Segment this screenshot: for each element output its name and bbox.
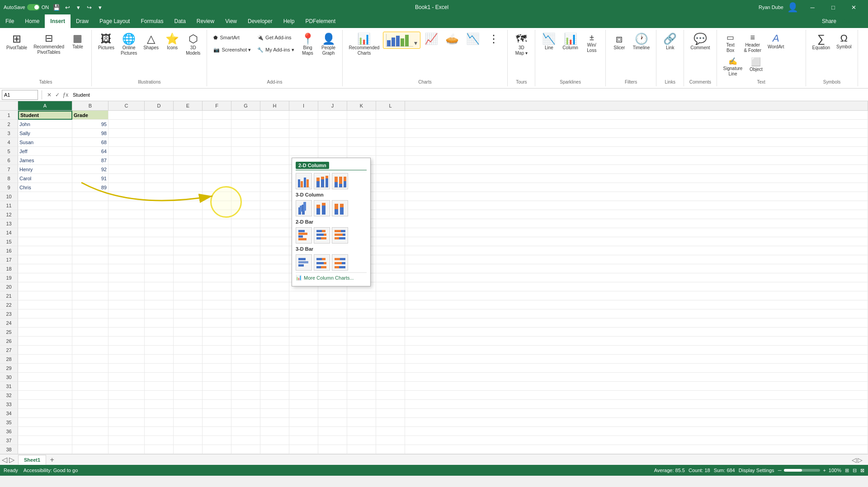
- cell-f33[interactable]: [203, 400, 231, 409]
- cell-c32[interactable]: [108, 391, 145, 400]
- cell-k24[interactable]: [347, 318, 376, 328]
- cell-b15[interactable]: [72, 237, 108, 246]
- cell-e11[interactable]: [174, 201, 203, 210]
- tab-review[interactable]: Review: [191, 14, 220, 28]
- cell-j26[interactable]: [318, 337, 347, 346]
- col-header-k[interactable]: K: [347, 101, 376, 110]
- cell-d32[interactable]: [145, 391, 174, 400]
- cell-g4[interactable]: [231, 138, 260, 147]
- cell-a27[interactable]: [18, 346, 72, 355]
- cell-l24[interactable]: [376, 318, 405, 328]
- cell-k32[interactable]: [347, 391, 376, 400]
- cell-a18[interactable]: [18, 264, 72, 273]
- cell-b7[interactable]: 92: [72, 165, 108, 174]
- cell-l22[interactable]: [376, 300, 405, 309]
- sheet-tab-sheet1[interactable]: Sheet1: [18, 455, 46, 465]
- cell-b6[interactable]: 87: [72, 156, 108, 165]
- customize-qat[interactable]: ▾: [95, 2, 105, 12]
- cell-a2[interactable]: John: [18, 120, 72, 129]
- cell-g35[interactable]: [231, 418, 260, 427]
- cell-i34[interactable]: [289, 409, 318, 418]
- cell-a23[interactable]: [18, 309, 72, 318]
- cell-g33[interactable]: [231, 400, 260, 409]
- cell-d27[interactable]: [145, 346, 174, 355]
- cell-d21[interactable]: [145, 291, 174, 300]
- cell-c16[interactable]: [108, 246, 145, 255]
- cell-k4[interactable]: [347, 138, 376, 147]
- cell-l27[interactable]: [376, 346, 405, 355]
- cell-j32[interactable]: [318, 391, 347, 400]
- cell-l19[interactable]: [376, 273, 405, 282]
- cell-e8[interactable]: [174, 174, 203, 183]
- cell-d25[interactable]: [145, 328, 174, 337]
- cell-g32[interactable]: [231, 391, 260, 400]
- cell-k35[interactable]: [347, 418, 376, 427]
- cell-d9[interactable]: [145, 183, 174, 192]
- column-chart-dropdown-arrow[interactable]: ▾: [414, 39, 417, 47]
- cell-c36[interactable]: [108, 427, 145, 436]
- cell-c2[interactable]: [108, 120, 145, 129]
- cell-a17[interactable]: [18, 255, 72, 264]
- cell-g31[interactable]: [231, 382, 260, 391]
- cell-f28[interactable]: [203, 355, 231, 364]
- cell-l20[interactable]: [376, 282, 405, 291]
- cell-g8[interactable]: [231, 174, 260, 183]
- cell-b16[interactable]: [72, 246, 108, 255]
- icons-button[interactable]: ⭐ Icons: [162, 32, 182, 52]
- cell-f5[interactable]: [203, 147, 231, 156]
- cell-i32[interactable]: [289, 391, 318, 400]
- cell-b35[interactable]: [72, 418, 108, 427]
- cell-d19[interactable]: [145, 273, 174, 282]
- object-button[interactable]: ⬜ Object: [746, 56, 766, 74]
- cell-d35[interactable]: [145, 418, 174, 427]
- zoom-out-button[interactable]: ─: [778, 468, 782, 473]
- cell-g18[interactable]: [231, 264, 260, 273]
- page-layout-view-button[interactable]: ⊟: [853, 468, 857, 473]
- recommended-charts-button[interactable]: 📊 RecommendedCharts: [346, 32, 382, 58]
- cell-l16[interactable]: [376, 246, 405, 255]
- cell-b3[interactable]: 98: [72, 129, 108, 138]
- cell-c18[interactable]: [108, 264, 145, 273]
- my-addins-button[interactable]: 🔧 My Add-ins ▾: [255, 44, 297, 56]
- cell-e4[interactable]: [174, 138, 203, 147]
- zoom-slider[interactable]: [784, 469, 820, 472]
- signature-line-button[interactable]: ✍ SignatureLine: [721, 56, 745, 79]
- cell-b25[interactable]: [72, 328, 108, 337]
- cancel-formula-icon[interactable]: ✕: [46, 92, 53, 98]
- col-header-l[interactable]: L: [376, 101, 405, 110]
- tab-draw[interactable]: Draw: [71, 14, 94, 28]
- cell-e25[interactable]: [174, 328, 203, 337]
- cell-f17[interactable]: [203, 255, 231, 264]
- cell-k37[interactable]: [347, 436, 376, 445]
- scroll-sheets-right[interactable]: ▷: [9, 455, 14, 464]
- cell-f27[interactable]: [203, 346, 231, 355]
- cell-j25[interactable]: [318, 328, 347, 337]
- cell-d26[interactable]: [145, 337, 174, 346]
- online-pictures-button[interactable]: 🌐 OnlinePictures: [118, 32, 140, 58]
- symbol-button[interactable]: Ω Symbol: [834, 32, 854, 52]
- tab-formulas[interactable]: Formulas: [135, 14, 169, 28]
- cell-g28[interactable]: [231, 355, 260, 364]
- cell-f6[interactable]: [203, 156, 231, 165]
- cell-i28[interactable]: [289, 355, 318, 364]
- cell-j5[interactable]: [318, 147, 347, 156]
- cell-i29[interactable]: [289, 364, 318, 373]
- sparkline-column-button[interactable]: 📊 Column: [560, 32, 580, 52]
- cell-h15[interactable]: [260, 237, 289, 246]
- cell-b12[interactable]: [72, 210, 108, 219]
- 3d-clustered-bar-button[interactable]: [296, 254, 312, 271]
- get-addins-button[interactable]: 🔌 Get Add-ins: [255, 32, 297, 43]
- cell-g14[interactable]: [231, 228, 260, 237]
- comment-button[interactable]: 💬 Comment: [688, 32, 712, 52]
- cell-a8[interactable]: Carol: [18, 174, 72, 183]
- cell-e22[interactable]: [174, 300, 203, 309]
- cell-b1[interactable]: Grade: [72, 111, 108, 120]
- cell-g26[interactable]: [231, 337, 260, 346]
- cell-i30[interactable]: [289, 373, 318, 382]
- cell-a33[interactable]: [18, 400, 72, 409]
- cell-l7[interactable]: [376, 165, 405, 174]
- cell-d11[interactable]: [145, 201, 174, 210]
- scroll-far-right-button[interactable]: ▷: [858, 456, 863, 464]
- cell-g22[interactable]: [231, 300, 260, 309]
- cell-c14[interactable]: [108, 228, 145, 237]
